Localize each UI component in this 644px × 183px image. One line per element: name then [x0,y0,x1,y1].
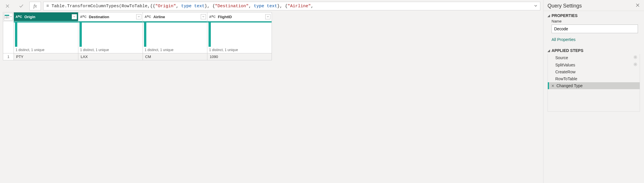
fx-button[interactable]: fx [29,2,41,10]
quality-label: 1 distinct, 1 unique [14,47,78,53]
cell[interactable]: 1090 [207,53,272,60]
applied-steps-section: ◢ APPLIED STEPS SourceSplitValuesCreateR… [543,46,644,112]
all-properties-link[interactable]: All Properties [552,37,575,42]
svg-line-19 [636,65,637,66]
column-filter-button[interactable] [136,14,141,19]
panel-title: Query Settings [548,3,582,9]
svg-line-20 [636,63,637,64]
formula-input[interactable]: = Table.TransformColumnTypes(RowToTable,… [43,2,540,10]
column-name: Airline [153,15,200,19]
quality-bar [78,21,143,23]
column-name: Destination [88,15,135,19]
row-index[interactable]: 1 [3,53,14,60]
cell[interactable]: PTY [14,53,78,60]
svg-line-12 [634,58,635,59]
type-text-icon[interactable]: ABC [209,15,216,18]
formula-bar: fx = Table.TransformColumnTypes(RowToTab… [0,0,543,12]
properties-header[interactable]: ◢ PROPERTIES [548,13,640,18]
step-label: SplitValues [555,63,575,67]
step-label: Changed Type [556,83,583,88]
type-text-icon[interactable]: ABC [79,15,87,18]
quality-bar [207,21,272,23]
name-field-label: Name [552,19,640,23]
quality-label: 1 distinct, 1 unique [143,47,207,53]
panel-header: Query Settings [543,0,644,11]
applied-step[interactable]: ✕Changed Type [548,82,640,89]
chevron-down-icon [73,16,75,18]
type-text-icon[interactable]: ABC [15,15,22,18]
column-filter-button[interactable] [201,14,206,19]
data-grid: ABCOriginABCDestinationABCAirlineABCFlig… [3,12,272,60]
table-row[interactable]: 1PTYLAXCM1090 [3,53,272,60]
step-settings-button[interactable] [633,62,637,67]
column-name: FlightID [217,15,264,19]
svg-point-4 [635,57,636,58]
distribution-spark [144,21,146,47]
chevron-down-icon [267,16,269,18]
quality-label: 1 distinct, 1 unique [78,47,143,53]
column-name: Origin [24,15,71,19]
type-text-icon[interactable]: ABC [144,15,151,18]
chevron-down-icon [534,4,538,8]
expand-formula-button[interactable] [534,4,538,9]
column-filter-button[interactable] [265,14,270,19]
quality-bar [143,21,207,23]
applied-step[interactable]: CreateRow [548,68,640,75]
check-icon [19,3,24,9]
distribution-spark [209,21,211,47]
quality-label: 1 distinct, 1 unique [207,47,272,53]
cancel-formula-button[interactable] [2,2,13,10]
step-label: RowToTable [555,76,577,81]
query-settings-panel: Query Settings ◢ PROPERTIES Name All Pro… [543,0,644,183]
step-settings-button[interactable] [633,55,637,60]
step-label: CreateRow [555,70,575,74]
query-name-input[interactable] [552,25,638,33]
distribution-spark [15,21,17,47]
gear-icon [633,62,637,66]
svg-line-10 [636,58,637,59]
applied-step[interactable]: SplitValues [548,61,640,68]
column-filter-button[interactable] [72,14,77,19]
chevron-down-icon [138,16,140,18]
table-corner-button[interactable] [3,12,14,21]
svg-line-11 [636,56,637,57]
column-header[interactable]: ABCFlightID [207,12,272,21]
properties-section: ◢ PROPERTIES Name All Properties [543,11,644,46]
applied-steps-header[interactable]: ◢ APPLIED STEPS [548,48,640,53]
svg-rect-0 [5,15,9,16]
main-area: fx = Table.TransformColumnTypes(RowToTab… [0,0,543,183]
applied-step[interactable]: RowToTable [548,75,640,82]
chevron-down-icon [10,16,12,18]
cell[interactable]: CM [143,53,207,60]
steps-list: SourceSplitValuesCreateRowRowToTable✕Cha… [548,54,640,112]
column-header[interactable]: ABCAirline [143,12,207,21]
data-table-wrap: ABCOriginABCDestinationABCAirlineABCFlig… [0,12,543,60]
formula-text: = Table.TransformColumnTypes(RowToTable,… [46,4,313,9]
header-row: ABCOriginABCDestinationABCAirlineABCFlig… [3,12,272,21]
properties-label: PROPERTIES [552,13,577,18]
close-icon [635,3,640,8]
applied-steps-label: APPLIED STEPS [552,48,583,53]
gear-icon [633,55,637,59]
distribution-spark [79,21,82,47]
svg-point-13 [635,64,636,65]
column-header[interactable]: ABCDestination [78,12,143,21]
svg-line-18 [634,63,635,64]
table-icon [5,15,9,19]
quality-row: 1 distinct, 1 unique1 distinct, 1 unique… [3,21,272,53]
svg-line-9 [634,56,635,57]
svg-line-21 [634,65,635,66]
x-icon [5,4,10,8]
cell[interactable]: LAX [78,53,143,60]
delete-step-button[interactable]: ✕ [551,84,554,88]
applied-step[interactable]: Source [548,54,640,61]
quality-bar [14,21,78,23]
collapse-triangle-icon: ◢ [548,14,550,18]
step-label: Source [555,55,568,60]
confirm-formula-button[interactable] [16,2,27,10]
chevron-down-icon [202,16,204,18]
close-panel-button[interactable] [635,3,640,9]
collapse-triangle-icon: ◢ [548,49,550,53]
column-header[interactable]: ABCOrigin [14,12,78,21]
